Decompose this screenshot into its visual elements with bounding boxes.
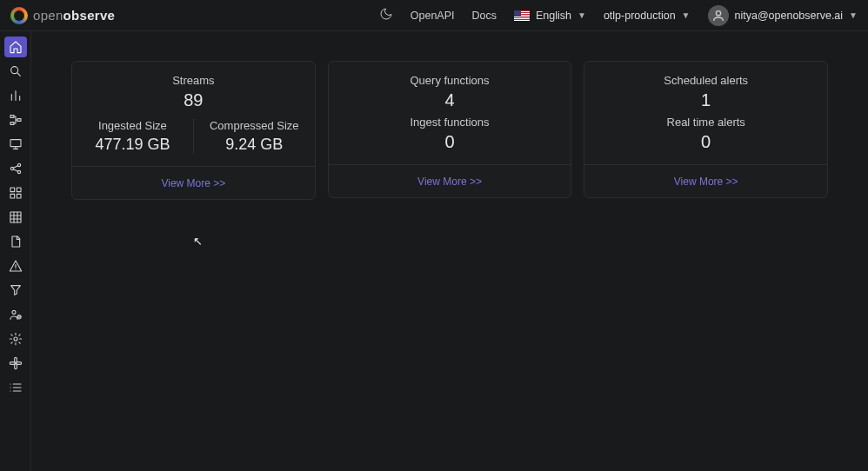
sidebar-item-list[interactable]	[4, 377, 27, 398]
svg-point-1	[10, 67, 17, 74]
list-icon	[9, 381, 23, 395]
org-selector[interactable]: otlp-production ▼	[604, 10, 691, 22]
topbar: openobserve OpenAPI Docs English ▼ otlp-…	[0, 0, 868, 31]
sidebar	[0, 31, 31, 471]
query-functions-title: Query functions	[329, 74, 571, 87]
functions-card: Query functions 4 Ingest functions 0 Vie…	[328, 61, 572, 198]
svg-rect-10	[17, 188, 21, 192]
svg-point-0	[716, 10, 720, 15]
query-functions-value: 4	[329, 90, 571, 110]
streams-card: Streams 89 Ingested Size 477.19 GB Compr…	[71, 61, 316, 200]
svg-rect-13	[10, 212, 21, 222]
chevron-down-icon: ▼	[578, 10, 586, 20]
search-icon	[9, 64, 23, 78]
alert-icon	[9, 259, 23, 273]
sidebar-item-traces[interactable]	[4, 109, 27, 130]
home-icon	[9, 40, 23, 54]
filter-icon	[9, 283, 23, 297]
brand-logo[interactable]: openobserve	[10, 7, 115, 24]
topbar-right: OpenAPI Docs English ▼ otlp-production ▼…	[379, 5, 858, 26]
alerts-view-more[interactable]: View More >>	[674, 176, 738, 188]
file-icon	[9, 235, 23, 249]
ingest-functions-label: Ingest functions	[329, 116, 571, 129]
docs-link[interactable]: Docs	[472, 10, 497, 22]
sidebar-item-settings[interactable]	[4, 328, 27, 349]
user-menu[interactable]: nitya@openobserve.ai ▼	[708, 5, 858, 26]
svg-rect-2	[10, 116, 14, 118]
user-icon	[711, 9, 725, 23]
logo-text: openobserve	[33, 8, 115, 23]
chevron-down-icon: ▼	[849, 10, 858, 20]
sidebar-item-streams[interactable]	[4, 207, 27, 228]
users-cog-icon	[9, 308, 23, 322]
streams-title: Streams	[72, 74, 315, 87]
ingested-size-label: Ingested Size	[72, 119, 193, 132]
moon-icon	[379, 7, 393, 21]
avatar	[708, 5, 729, 26]
streams-value: 89	[72, 90, 315, 110]
user-email: nitya@openobserve.ai	[735, 10, 844, 22]
alerts-card: Scheduled alerts 1 Real time alerts 0 Vi…	[584, 61, 828, 198]
realtime-alerts-label: Real time alerts	[584, 116, 827, 129]
grid-icon	[9, 186, 23, 200]
logo-bold: observe	[63, 8, 116, 23]
compressed-size-value: 9.24 GB	[194, 136, 315, 154]
svg-point-16	[14, 337, 17, 341]
svg-rect-9	[10, 188, 15, 192]
org-label: otlp-production	[604, 10, 676, 22]
sidebar-item-alerts[interactable]	[4, 255, 27, 276]
compressed-size-label: Compressed Size	[194, 119, 315, 132]
sidebar-item-search[interactable]	[4, 61, 27, 82]
svg-rect-11	[10, 194, 15, 198]
ingest-functions-value: 0	[329, 132, 571, 152]
svg-rect-12	[17, 194, 21, 198]
monitor-icon	[9, 137, 23, 151]
sidebar-item-pipelines[interactable]	[4, 158, 27, 179]
openapi-link[interactable]: OpenAPI	[411, 10, 455, 22]
sidebar-item-slack[interactable]	[4, 353, 27, 374]
table-icon	[9, 210, 23, 224]
sidebar-item-rum[interactable]	[4, 134, 27, 155]
streams-view-more[interactable]: View More >>	[161, 177, 225, 189]
chevron-down-icon: ▼	[682, 10, 691, 20]
svg-rect-19	[10, 362, 15, 365]
share-icon	[9, 162, 23, 176]
logo-icon	[10, 7, 28, 24]
functions-view-more[interactable]: View More >>	[417, 176, 482, 188]
theme-toggle[interactable]	[379, 7, 393, 23]
scheduled-alerts-value: 1	[584, 90, 827, 110]
sidebar-item-metrics[interactable]	[4, 85, 27, 106]
sidebar-item-home[interactable]	[4, 36, 27, 57]
cursor-icon: ↖	[193, 235, 203, 248]
scheduled-alerts-title: Scheduled alerts	[584, 74, 827, 87]
logo-thin: open	[33, 8, 63, 23]
sidebar-item-iam[interactable]	[4, 304, 27, 325]
sidebar-item-dashboards[interactable]	[4, 182, 27, 203]
svg-rect-4	[17, 119, 21, 122]
language-label: English	[536, 10, 571, 22]
sidebar-item-functions[interactable]	[4, 280, 27, 301]
svg-rect-5	[10, 140, 21, 147]
flag-icon	[514, 10, 530, 21]
realtime-alerts-value: 0	[584, 132, 827, 152]
gear-icon	[9, 332, 23, 346]
ingested-size-value: 477.19 GB	[72, 136, 193, 154]
main-content: Streams 89 Ingested Size 477.19 GB Compr…	[31, 31, 868, 471]
bar-chart-icon	[9, 89, 23, 103]
language-selector[interactable]: English ▼	[514, 10, 586, 22]
slack-icon	[9, 356, 23, 370]
traces-icon	[9, 113, 23, 127]
svg-point-14	[12, 310, 16, 314]
svg-rect-20	[16, 362, 21, 365]
svg-rect-3	[10, 123, 14, 125]
sidebar-item-reports[interactable]	[4, 231, 27, 252]
